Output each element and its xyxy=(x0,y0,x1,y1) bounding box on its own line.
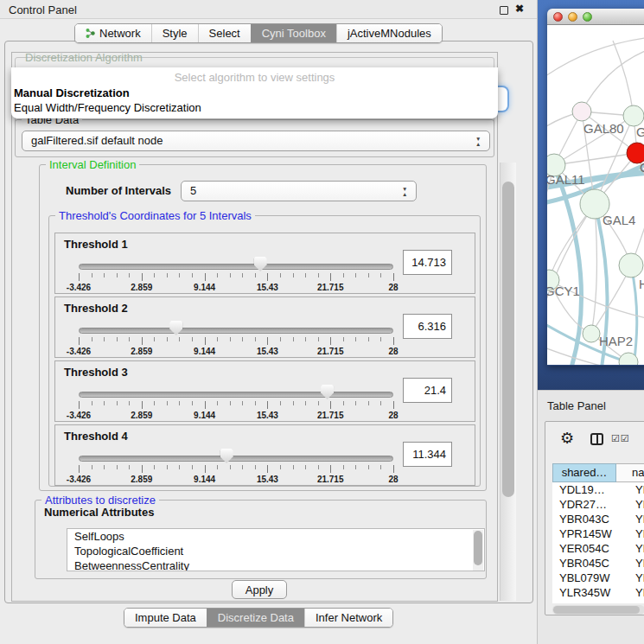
tick-mark xyxy=(368,273,369,277)
tick-mark xyxy=(255,273,256,277)
tab-jactivemnodules[interactable]: jActiveMNodules xyxy=(336,24,442,42)
apply-button[interactable]: Apply xyxy=(232,580,287,599)
attribute-item-betweennesscentrality[interactable]: BetweennessCentrality xyxy=(67,558,484,571)
attributes-group: Attributes to discretize Numerical Attri… xyxy=(35,500,487,579)
tick-mark xyxy=(117,337,118,341)
threshold-value-field[interactable]: 21.4 xyxy=(403,378,452,403)
table-data-value: galFiltered.sif default node xyxy=(31,134,163,147)
close-icon[interactable]: ✖ xyxy=(515,3,524,15)
network-node-gal80[interactable] xyxy=(572,102,591,121)
bottom-tab-impute-data[interactable]: Impute Data xyxy=(124,609,207,627)
tick-mark xyxy=(393,465,394,473)
tab-label: Select xyxy=(209,27,240,40)
table-row[interactable]: YER054CYER0 xyxy=(552,541,644,556)
tick-mark xyxy=(192,273,193,277)
tick-label: 9.144 xyxy=(194,411,215,420)
table-data-combo[interactable]: galFiltered.sif default node xyxy=(22,131,490,151)
network-node-ga[interactable] xyxy=(623,105,644,126)
table-hscrollbar[interactable] xyxy=(552,605,644,615)
option-manual-discretization[interactable]: Manual Discretization xyxy=(14,86,130,99)
panel-scrollbar[interactable] xyxy=(500,163,516,601)
slider-tick-labels: -3.4262.8599.14415.4321.71528 xyxy=(79,411,393,421)
tick-label: 15.43 xyxy=(257,283,278,292)
tick-mark xyxy=(79,273,80,281)
float-window-icon[interactable] xyxy=(500,6,508,15)
network-window-titlebar[interactable] xyxy=(547,9,644,25)
cell-shared-name: YPR145W xyxy=(559,526,612,541)
tick-mark xyxy=(167,273,168,277)
number-of-intervals-combo[interactable]: 5 xyxy=(181,181,417,201)
zoom-window-button[interactable] xyxy=(583,12,592,22)
tab-style[interactable]: Style xyxy=(151,24,198,42)
node-label: HAP2 xyxy=(599,334,633,348)
table-header-shared-name[interactable]: shared… xyxy=(552,463,616,482)
table-row[interactable]: YDR27…YDR2 xyxy=(552,497,644,512)
tick-mark xyxy=(129,465,130,469)
group-title: Discretization Algorithm xyxy=(22,51,146,64)
tick-mark xyxy=(267,273,268,281)
bottom-tab-infer-network[interactable]: Infer Network xyxy=(304,609,392,627)
minimize-window-button[interactable] xyxy=(568,12,577,22)
network-node-hap2[interactable] xyxy=(583,325,600,342)
slider-track[interactable] xyxy=(79,264,393,270)
attribute-item-topologicalcoefficient[interactable]: TopologicalCoefficient xyxy=(67,544,484,558)
table-hscrollbar-thumb[interactable] xyxy=(553,606,640,614)
table-row[interactable]: YBR043CYBR0 xyxy=(552,512,644,526)
tab-cyni-toolbox[interactable]: Cyni Toolbox xyxy=(251,24,336,42)
tick-mark xyxy=(330,401,331,409)
list-scrollbar-thumb[interactable] xyxy=(474,531,482,565)
tick-mark xyxy=(368,465,369,469)
threshold-value-field[interactable]: 6.316 xyxy=(403,314,452,339)
tick-mark xyxy=(117,465,118,469)
network-node-h[interactable] xyxy=(619,253,643,277)
columns-icon[interactable] xyxy=(590,433,603,445)
tick-mark xyxy=(154,465,155,469)
panel-scrollbar-thumb[interactable] xyxy=(502,182,514,497)
bottom-tab-discretize-data[interactable]: Discretize Data xyxy=(207,609,304,627)
network-canvas[interactable]: GAL80GACGAL11GAL4GCY1HHAP2 xyxy=(547,25,644,365)
tick-mark xyxy=(343,273,344,277)
tab-label: jActiveMNodules xyxy=(348,27,431,40)
table-row[interactable]: YIL052CYIL0 xyxy=(552,600,644,603)
slider-track[interactable] xyxy=(79,328,393,334)
tick-mark xyxy=(380,337,381,341)
column-select-icons[interactable]: ☑☑ xyxy=(611,433,630,444)
cell-name: YBR0 xyxy=(635,556,644,571)
tick-mark xyxy=(280,273,281,277)
tab-label: Network xyxy=(99,27,141,40)
slider-ticks xyxy=(79,401,393,410)
slider-tick-labels: -3.4262.8599.14415.4321.71528 xyxy=(79,347,393,357)
tick-mark xyxy=(92,273,92,277)
threshold-value-field[interactable]: 14.713 xyxy=(403,250,452,275)
option-equal-width-frequency[interactable]: Equal Width/Frequency Discretization xyxy=(14,101,201,114)
table-row[interactable]: YPR145WYPR1 xyxy=(552,526,644,541)
node-label: H xyxy=(639,277,644,291)
table-row[interactable]: YBL079WYBL0 xyxy=(552,571,644,585)
tick-mark xyxy=(142,273,143,281)
tab-network[interactable]: Network xyxy=(75,24,151,42)
slider-track[interactable] xyxy=(79,456,393,462)
table-row[interactable]: YBR045CYBR0 xyxy=(552,556,644,571)
slider-ticks xyxy=(79,273,393,282)
tick-mark xyxy=(242,465,243,469)
table-row[interactable]: YDL19…YDL1 xyxy=(552,482,644,497)
table-row[interactable]: YLR345WYLR3 xyxy=(552,585,644,600)
table-header-name[interactable]: na xyxy=(616,463,644,482)
tick-mark xyxy=(104,273,105,277)
tab-select[interactable]: Select xyxy=(198,24,251,42)
tick-mark xyxy=(217,401,218,405)
slider-track[interactable] xyxy=(79,392,393,398)
close-window-button[interactable] xyxy=(553,12,563,22)
tick-mark xyxy=(280,465,281,469)
tick-mark xyxy=(230,465,231,469)
algorithm-dropdown-popup: Select algorithm to view settings Manual… xyxy=(11,67,498,118)
tick-label: -3.426 xyxy=(67,283,91,292)
table-rows: YDL19…YDL1YDR27…YDR2YBR043CYBR0YPR145WYP… xyxy=(552,482,644,603)
attribute-item-selfloops[interactable]: SelfLoops xyxy=(67,529,484,544)
threshold-value-field[interactable]: 11.344 xyxy=(403,442,452,467)
tick-label: 2.859 xyxy=(131,283,152,292)
gear-icon[interactable]: ⚙ xyxy=(560,429,574,448)
cell-name: YER0 xyxy=(635,541,644,556)
list-scrollbar[interactable] xyxy=(473,530,483,571)
tick-mark xyxy=(393,337,394,345)
